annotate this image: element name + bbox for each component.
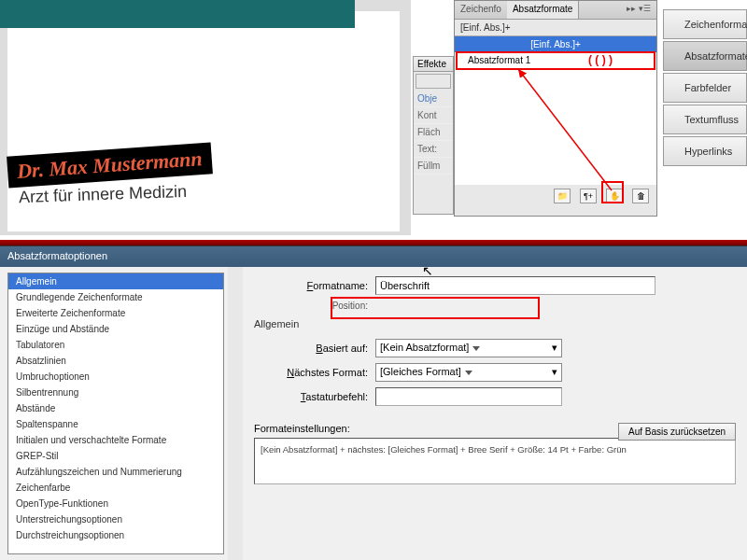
document-canvas[interactable]: Dr. Max Mustermann Arzt für innere Mediz…: [0, 0, 411, 235]
position-label: Position:: [254, 301, 375, 311]
effects-row-fill[interactable]: Fläch: [414, 124, 453, 141]
dock-swatches[interactable]: Farbfelder: [663, 73, 747, 103]
reset-button[interactable]: Auf Basis zurücksetzen: [618, 423, 736, 441]
cat-charcolor[interactable]: Zeichenfarbe: [8, 480, 223, 496]
settings-summary: [Kein Absatzformat] + nächstes: [Gleiche…: [254, 438, 736, 484]
cat-adv-char[interactable]: Erweiterte Zeichenformate: [8, 305, 223, 321]
category-list: Allgemein Grundlegende Zeichenformate Er…: [7, 273, 224, 554]
effects-panel: Effekte Obje Kont Fläch Text: Füllm: [413, 56, 454, 215]
dock-paragraph-styles[interactable]: Absatzformate: [663, 41, 747, 71]
cat-bullets[interactable]: Aufzählungszeichen und Nummerierung: [8, 464, 223, 480]
dock-hyperlinks[interactable]: Hyperlinks: [663, 136, 747, 166]
cat-basic-char[interactable]: Grundlegende Zeichenformate: [8, 289, 223, 305]
effects-row-fillmethod[interactable]: Füllm: [414, 158, 453, 175]
cat-indents[interactable]: Einzüge und Abstände: [8, 321, 223, 337]
effects-row-text[interactable]: Text:: [414, 141, 453, 158]
naechstes-label: Nächstes Format:: [254, 367, 375, 378]
dock-character-styles[interactable]: Zeichenformate: [663, 9, 747, 39]
styles-current: [Einf. Abs.]+: [455, 20, 656, 35]
panel-menu-icon[interactable]: ▸▸ ▾☰: [621, 1, 656, 19]
trash-icon[interactable]: 🗑: [632, 189, 649, 203]
form-area: Formatname: Position: Allgemein Basiert …: [243, 267, 747, 560]
paragraph-style-options-dialog: Absatzformatoptionen Allgemein Grundlege…: [0, 246, 747, 560]
tastatur-label: Tastaturbefehl:: [254, 391, 375, 402]
settings-label: Formateinstellungen:: [254, 423, 350, 434]
hand-cursor-icon[interactable]: ✋: [606, 189, 623, 203]
right-dock: Zeichenformate Absatzformate Farbfelder …: [663, 9, 747, 168]
tab-paragraph-styles[interactable]: Absatzformate: [507, 1, 579, 19]
cat-span[interactable]: Spaltenspanne: [8, 416, 223, 432]
new-style-icon[interactable]: ¶+: [580, 189, 597, 203]
style-item-basic[interactable]: [Einf. Abs.]+: [455, 36, 656, 52]
tab-character-styles[interactable]: Zeichenfo: [455, 1, 507, 19]
cat-keep[interactable]: Umbruchoptionen: [8, 369, 223, 385]
basiert-label: Basiert auf:: [254, 343, 375, 354]
tastatur-input[interactable]: [375, 387, 562, 406]
paragraph-styles-panel: Zeichenfo Absatzformate ▸▸ ▾☰ [Einf. Abs…: [454, 0, 657, 217]
dock-text-wrap[interactable]: Textumfluss: [663, 105, 747, 134]
naechstes-select[interactable]: [Gleiches Format]: [375, 363, 562, 382]
basiert-select[interactable]: [Kein Absatzformat]: [375, 339, 562, 357]
cat-allgemein[interactable]: Allgemein: [8, 273, 223, 289]
dialog-title: Absatzformatoptionen: [0, 246, 747, 267]
cat-tabs[interactable]: Tabulatoren: [8, 337, 223, 353]
cat-justify[interactable]: Abstände: [8, 400, 223, 416]
formatname-input[interactable]: [375, 276, 655, 295]
effects-input[interactable]: [416, 74, 451, 89]
section-allgemein: Allgemein: [254, 318, 736, 329]
formatname-label: Formatname:: [254, 280, 375, 291]
effects-row-object[interactable]: Obje: [414, 91, 453, 107]
annotation-parens: ( ( ) ): [588, 53, 613, 66]
cat-drop[interactable]: Initialen und verschachtelte Formate: [8, 432, 223, 448]
cat-hyphen[interactable]: Silbentrennung: [8, 385, 223, 400]
cat-underline[interactable]: Unterstreichungsoptionen: [8, 511, 223, 527]
cat-grep[interactable]: GREP-Stil: [8, 448, 223, 464]
category-scrollbar[interactable]: [228, 267, 243, 560]
style-item-absatzformat1[interactable]: Absatzformat 1: [455, 52, 656, 68]
effects-tab[interactable]: Effekte: [414, 57, 453, 72]
cat-rules[interactable]: Absatzlinien: [8, 353, 223, 369]
cat-strike[interactable]: Durchstreichungsoptionen: [8, 527, 223, 543]
effects-row-contour[interactable]: Kont: [414, 107, 453, 124]
styles-list: [Einf. Abs.]+ Absatzformat 1: [455, 35, 656, 185]
divider-bar: [0, 239, 747, 246]
cursor-icon: ↖: [422, 263, 433, 278]
cat-opentype[interactable]: OpenType-Funktionen: [8, 496, 223, 511]
folder-icon[interactable]: 📁: [554, 189, 571, 203]
